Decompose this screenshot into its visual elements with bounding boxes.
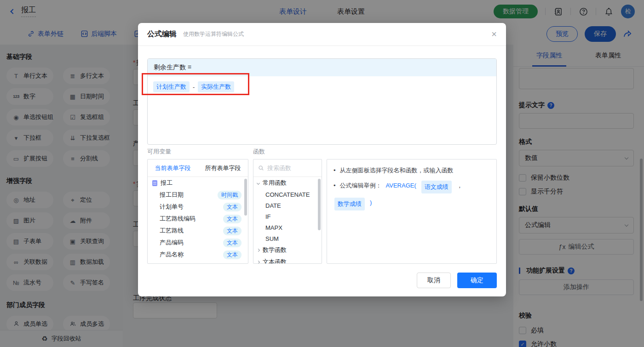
formula-expression[interactable]: 计划生产数 - 实际生产数 [148,76,496,97]
variables-section-label: 可用变量 [147,148,171,156]
field-type-badge: 时间戳 [218,191,242,199]
function-item[interactable]: DATE [253,200,322,211]
function-search-input[interactable] [267,165,313,171]
functions-section-label: 函数 [253,148,265,156]
formula-target-bar: 剩余生产数 = [148,59,496,76]
formula-editor-modal: 公式编辑 使用数学运算符编辑公式 × 剩余生产数 = 计划生产数 - 实际生产数… [138,23,506,296]
formula-help-box: •从左侧面板选择字段名和函数，或输入函数 • 公式编辑举例：AVERAGE( 语… [327,159,497,264]
field-type-badge: 文本 [223,250,242,259]
confirm-button[interactable]: 确定 [457,273,497,288]
field-type-badge: 文本 [223,203,242,211]
chevron-down-icon [257,181,260,184]
function-group-text[interactable]: 文本函数 [253,256,322,264]
variables-box: 当前表单字段 所有表单字段 报工 报工日期时间戳 计划单号文本 工艺路线编码文本… [147,159,248,264]
variable-row[interactable]: 报工日期时间戳 [148,189,248,201]
field-type-badge: 文本 [223,215,242,223]
variable-row[interactable]: 工艺路线文本 [148,225,248,237]
chevron-right-icon [257,260,260,263]
tab-all-form-fields[interactable]: 所有表单字段 [198,159,248,176]
function-group-common[interactable]: 常用函数 [253,177,322,189]
function-item[interactable]: IF [253,211,322,222]
help-line-2: • 公式编辑举例：AVERAGE( 语文成绩 ， 数学成绩 ) [334,181,490,210]
variable-row[interactable]: 产品名称文本 [148,249,248,261]
form-doc-icon [152,180,157,186]
modal-header: 公式编辑 使用数学运算符编辑公式 × [138,23,506,46]
formula-token-actual-qty[interactable]: 实际生产数 [198,81,234,92]
formula-token-planned-qty[interactable]: 计划生产数 [153,81,190,92]
search-icon [258,165,264,171]
modal-title: 公式编辑 [147,29,177,39]
variables-scrollbar[interactable] [244,179,247,216]
tab-current-form-fields[interactable]: 当前表单字段 [148,159,198,176]
variables-tabs: 当前表单字段 所有表单字段 [148,159,248,177]
function-group-math[interactable]: 数学函数 [253,244,322,256]
app-root: 报工 表单设计 表单设置 数据管理 检 表单外链 [0,0,644,347]
modal-footer: 取消 确定 [417,273,497,288]
functions-box: 常用函数 CONCATENATE DATE IF MAPX SUM 数学函数 文… [253,159,322,264]
help-line-1: •从左侧面板选择字段名和函数，或输入函数 [334,165,490,176]
variable-row[interactable]: 产品编码文本 [148,237,248,249]
cancel-button[interactable]: 取消 [417,273,451,288]
close-icon[interactable]: × [491,28,497,40]
function-search[interactable] [253,159,322,177]
function-item[interactable]: MAPX [253,222,322,233]
function-item[interactable]: CONCATENATE [253,189,322,200]
function-item[interactable]: SUM [253,233,322,244]
variables-root-node[interactable]: 报工 [148,177,248,189]
variable-row[interactable]: 工艺路线编码文本 [148,213,248,225]
field-type-badge: 文本 [223,227,242,235]
modal-subtitle: 使用数学运算符编辑公式 [183,30,244,38]
formula-operator: - [193,84,195,91]
formula-editor-box[interactable]: 剩余生产数 = 计划生产数 - 实际生产数 [147,58,497,145]
example-chip: 语文成绩 [421,181,452,193]
functions-scrollbar[interactable] [318,179,321,230]
field-type-badge: 文本 [223,239,242,247]
variable-row[interactable]: 计划单号文本 [148,201,248,213]
example-chip: 数学成绩 [334,198,365,210]
chevron-right-icon [257,248,260,251]
